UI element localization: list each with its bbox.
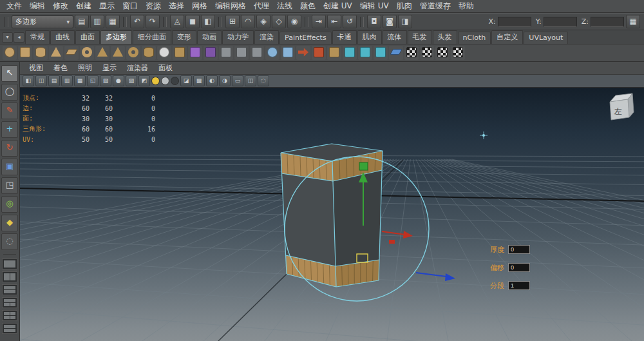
isolate-select-icon[interactable]: ◪ [180, 75, 192, 86]
shelf-tab[interactable]: 多边形 [100, 30, 132, 44]
resolution-gate-icon[interactable]: ▭ [232, 75, 243, 86]
paint-select-tool[interactable]: ✎ [1, 102, 18, 119]
shelf-tab[interactable]: 变形 [172, 30, 196, 44]
shelf-tab[interactable]: UVLayout [524, 32, 568, 44]
insert-edge-loop-icon[interactable] [358, 46, 372, 60]
shelf-tab[interactable]: PaintEffects [279, 32, 332, 44]
poly-pipe-icon[interactable] [126, 46, 140, 60]
snap-grid-icon[interactable]: ⊞ [225, 15, 240, 28]
y-coordinate-input[interactable] [544, 17, 577, 27]
poly-cube-icon[interactable] [18, 46, 32, 60]
shelf-tab[interactable]: 常规 [25, 30, 50, 44]
panel-menu[interactable]: 着色 [48, 63, 73, 73]
shelf-tab[interactable]: 渲染 [254, 30, 279, 44]
poly-helix-icon[interactable] [142, 46, 156, 60]
thickness-field[interactable] [508, 245, 530, 254]
construction-history-icon[interactable]: ↺ [343, 15, 357, 28]
poly-sphere-icon[interactable] [3, 46, 17, 60]
shelf-tab[interactable]: 动画 [197, 30, 222, 44]
menu-item[interactable]: 创建 [72, 1, 95, 12]
camera-attributes-icon[interactable]: ▤ [48, 75, 60, 86]
redo-icon[interactable]: ↷ [146, 15, 160, 28]
poly-soccer-ball-icon[interactable] [157, 46, 171, 60]
all-lights-icon[interactable] [151, 77, 160, 85]
move-tool[interactable]: + [1, 121, 18, 138]
panel-menu[interactable]: 照明 [73, 63, 97, 73]
subdiv-proxy-icon[interactable] [204, 46, 218, 60]
render-current-frame-icon[interactable]: ◘ [367, 15, 381, 28]
split-polygon-icon[interactable] [343, 46, 357, 60]
shelf-tab[interactable]: 头发 [433, 30, 457, 44]
separate-icon[interactable] [234, 46, 249, 60]
shelf-menu-icon[interactable]: ▾ [2, 32, 13, 43]
shadows-icon[interactable] [161, 77, 169, 85]
soft-modification-tool[interactable]: ◎ [1, 196, 18, 213]
four-panes-layout[interactable] [2, 310, 17, 321]
menu-item[interactable]: 选择 [165, 1, 188, 12]
uv-checker-4-icon[interactable] [451, 46, 465, 60]
select-component-icon[interactable]: ◧ [201, 15, 215, 28]
hypergraph-persp-layout[interactable] [2, 323, 17, 334]
smooth-icon[interactable] [281, 46, 295, 60]
shelf-tab[interactable]: 动力学 [222, 30, 254, 44]
shelf-tab[interactable]: 肌肉 [357, 30, 382, 44]
shelf-tab[interactable]: 自定义 [491, 30, 523, 44]
last-tool-used[interactable]: ◌ [1, 233, 18, 250]
viewport-3d[interactable]: 左 顶点:32320边:60600面:30300三角形:606016UV:505… [20, 88, 644, 341]
extrude-icon[interactable] [296, 46, 310, 60]
select-hierarchy-icon[interactable]: ◬ [170, 15, 184, 28]
menu-item[interactable]: 网格 [188, 1, 211, 12]
gate-mask-icon[interactable]: ◫ [245, 75, 256, 86]
divisions-field[interactable] [508, 281, 530, 290]
two-d-pan-zoom-icon[interactable]: ◱ [87, 75, 99, 86]
menu-item[interactable]: 显示 [95, 1, 118, 12]
shelf-editor-icon[interactable]: ◂ [14, 32, 24, 43]
boolean-union-icon[interactable] [265, 46, 279, 60]
z-coordinate-input[interactable] [591, 17, 624, 27]
render-settings-icon[interactable]: ◨ [398, 15, 412, 28]
select-camera-icon[interactable]: ◧ [23, 75, 34, 86]
poly-platonic-solids-icon[interactable] [173, 46, 187, 60]
bridge-icon[interactable] [312, 46, 326, 60]
shelf-tab[interactable]: 卡通 [332, 30, 357, 44]
save-scene-icon[interactable]: ▦ [106, 15, 120, 28]
menu-item[interactable]: 编辑网格 [211, 1, 250, 12]
offset-field[interactable] [508, 263, 530, 272]
menu-item[interactable]: 修改 [49, 1, 72, 12]
open-scene-icon[interactable]: ▥ [90, 15, 104, 28]
menu-item[interactable]: 编辑 [26, 1, 49, 12]
grid-options-icon[interactable]: ▦ [626, 15, 640, 28]
shelf-tab[interactable]: nCloth [458, 32, 491, 44]
use-default-material-icon[interactable]: ◩ [138, 75, 150, 86]
menu-item[interactable]: 编辑 UV [356, 1, 393, 12]
universal-manipulator-tool[interactable]: ◳ [1, 177, 18, 194]
toolbar-grip[interactable] [5, 17, 8, 27]
new-scene-icon[interactable]: ▤ [75, 15, 89, 28]
x-coordinate-input[interactable] [498, 17, 531, 27]
rotate-tool[interactable]: ↻ [1, 140, 18, 157]
select-object-icon[interactable]: ◼ [185, 15, 200, 28]
exposure-icon[interactable]: ◐ [206, 75, 218, 86]
snap-plane-icon[interactable]: ◇ [272, 15, 286, 28]
three-panes-split-top-layout[interactable] [2, 297, 17, 308]
offset-edge-loop-icon[interactable] [374, 46, 388, 60]
output-connections-icon[interactable]: ⇤ [327, 15, 341, 28]
select-tool[interactable]: ↖ [1, 65, 18, 82]
snap-point-icon[interactable]: ◈ [256, 15, 270, 28]
single-pane-layout[interactable] [2, 258, 17, 269]
poly-prism-icon[interactable] [95, 46, 109, 60]
uv-planar-mapping-icon[interactable] [389, 46, 403, 60]
menu-item[interactable]: 创建 UV [319, 1, 356, 12]
bookmark-icon[interactable]: ▥ [61, 75, 73, 86]
snap-curve-icon[interactable]: ◠ [241, 15, 255, 28]
input-connections-icon[interactable]: ⇥ [312, 15, 326, 28]
poly-cylinder-icon[interactable] [33, 46, 48, 60]
grease-pencil-icon[interactable]: ◌ [258, 75, 269, 86]
shelf-tab[interactable]: 流体 [383, 30, 407, 44]
show-manipulator-tool[interactable]: ◆ [1, 215, 18, 231]
menu-item[interactable]: 法线 [273, 1, 296, 12]
shelf-tab[interactable]: 毛发 [408, 30, 432, 44]
panel-menu[interactable]: 视图 [24, 63, 48, 73]
shelf-tab[interactable]: 细分曲面 [133, 30, 171, 44]
panel-menu[interactable]: 显示 [97, 63, 122, 73]
